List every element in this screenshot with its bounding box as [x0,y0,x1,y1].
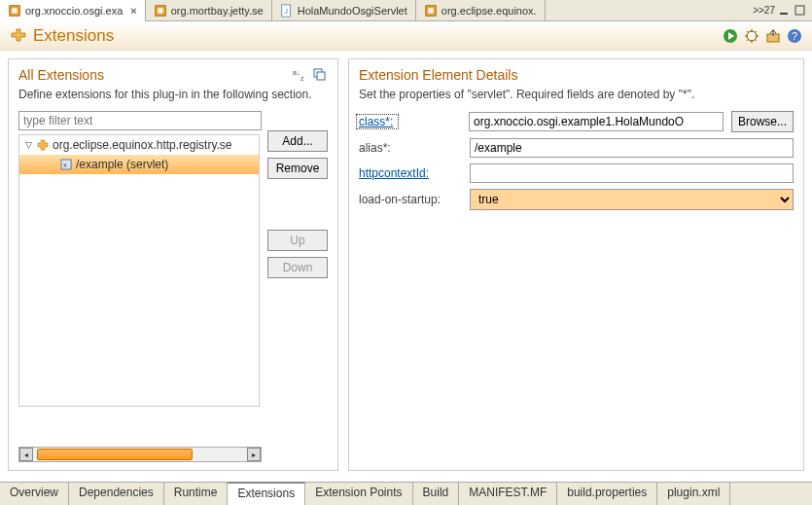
tab-overview[interactable]: Overview [0,483,69,505]
extension-icon [37,139,49,151]
add-button[interactable]: Add... [267,130,328,152]
remove-button[interactable]: Remove [267,158,328,179]
svg-rect-18 [317,72,325,80]
svg-text:x: x [63,161,67,169]
extensions-tree[interactable]: ▽ org.eclipse.equinox.http.registry.se x… [18,134,260,407]
page-title: Extensions [10,26,114,46]
scroll-thumb[interactable] [37,449,193,460]
up-button[interactable]: Up [267,230,328,251]
java-file-icon: J [280,4,294,18]
svg-rect-1 [12,8,17,13]
tab-equinox[interactable]: org.eclipse.equinox. [416,0,546,20]
tab-build[interactable]: Build [413,483,460,505]
tab-extensions[interactable]: Extensions [228,482,305,505]
plugin-icon [154,4,167,18]
browse-button[interactable]: Browse... [731,111,794,132]
form-tabs: Overview Dependencies Runtime Extensions… [0,482,812,505]
minimize-icon[interactable] [779,5,791,17]
svg-text:a↓: a↓ [293,69,300,76]
tab-servlet-java[interactable]: J HolaMundoOsgiServlet [272,0,416,20]
alias-label: alias*: [359,141,466,155]
load-on-startup-label: load-on-startup: [359,193,466,206]
panel-title-right: Extension Element Details [359,67,794,83]
export-icon[interactable] [765,28,781,44]
plugin-icon [424,4,438,18]
tab-extension-points[interactable]: Extension Points [305,483,412,505]
svg-rect-8 [780,13,788,15]
tab-plugin-xml[interactable]: plugin.xml [657,483,730,505]
element-icon: x [60,159,72,170]
svg-rect-9 [795,6,804,15]
scroll-right-icon[interactable]: ▸ [247,448,261,461]
svg-text:z: z [300,75,304,82]
overflow-indicator[interactable]: >>27 [753,5,775,16]
filter-input[interactable] [18,111,262,130]
tree-item-ext-point[interactable]: ▽ org.eclipse.equinox.http.registry.se [19,135,259,155]
maximize-icon[interactable] [794,5,806,17]
details-panel: Extension Element Details Set the proper… [348,58,804,471]
tab-label: org.eclipse.equinox. [441,5,537,17]
alias-input[interactable] [470,138,794,158]
all-extensions-panel: All Extensions a↓z Define extensions for… [8,58,338,471]
httpcontext-label-link[interactable]: httpcontextId: [359,166,466,180]
tab-label: HolaMundoOsgiServlet [298,5,407,17]
plugin-icon [8,4,21,18]
tree-item-label: org.eclipse.equinox.http.registry.se [53,138,232,152]
tab-xnoccio[interactable]: org.xnoccio.osgi.exa × [0,0,146,21]
extensions-icon [10,27,27,45]
tab-runtime[interactable]: Runtime [164,483,229,505]
tree-item-label: /example (servlet) [76,158,168,171]
form-header: Extensions ? [0,21,812,51]
collapse-all-icon[interactable] [312,67,328,83]
panel-desc-right: Set the properties of "servlet". Require… [359,87,794,103]
tab-jetty[interactable]: org.mortbay.jetty.se [146,0,272,20]
panel-desc-left: Define extensions for this plug-in in th… [18,87,328,103]
run-icon[interactable] [723,28,738,44]
debug-icon[interactable] [744,28,759,44]
svg-rect-7 [428,8,433,13]
tab-manifest[interactable]: MANIFEST.MF [459,483,557,505]
tab-label: org.mortbay.jetty.se [171,5,264,17]
svg-rect-3 [158,8,162,13]
editor-tabs: org.xnoccio.osgi.exa × org.mortbay.jetty… [0,0,812,21]
twisty-expanded-icon[interactable]: ▽ [23,140,33,150]
down-button[interactable]: Down [267,257,328,278]
horizontal-scrollbar[interactable]: ◂ ▸ [18,447,262,462]
tab-dependencies[interactable]: Dependencies [69,483,164,505]
help-icon[interactable]: ? [787,28,802,44]
sort-alpha-icon[interactable]: a↓z [293,67,308,83]
scroll-left-icon[interactable]: ◂ [19,448,33,461]
httpcontext-input[interactable] [470,163,794,183]
tree-item-servlet[interactable]: x /example (servlet) [19,155,259,174]
load-on-startup-select[interactable]: true [470,189,794,210]
tab-build-properties[interactable]: build.properties [557,483,657,505]
close-icon[interactable]: × [130,5,136,17]
svg-text:?: ? [792,30,797,42]
tab-label: org.xnoccio.osgi.exa [25,5,123,17]
panel-title-left: All Extensions a↓z [18,67,328,83]
svg-text:J: J [284,7,288,14]
class-label-link[interactable]: class*: [356,114,399,129]
class-input[interactable] [469,112,724,131]
